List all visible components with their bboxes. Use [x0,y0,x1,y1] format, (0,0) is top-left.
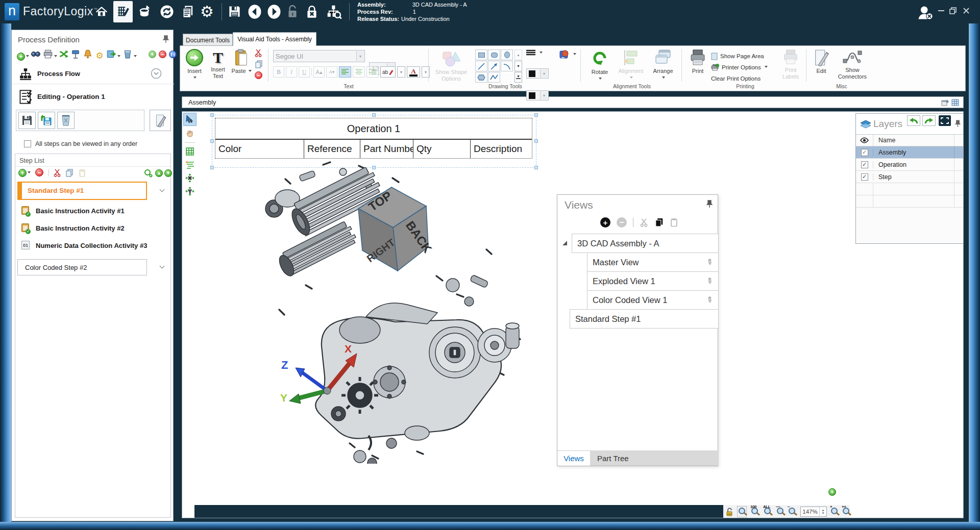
shape-rectangle[interactable] [475,49,487,60]
delete-object-icon[interactable]: − [255,71,262,79]
shape-hexagon[interactable] [475,72,487,83]
underline-button[interactable]: U [299,66,310,78]
breadcrumb-bar[interactable]: Assembly [182,96,964,108]
design-canvas[interactable]: Operation 1 Color Reference Part Number … [182,111,964,518]
step-item-color-coded-2[interactable]: Color Coded Step #2 [17,259,147,275]
layer-visibility-checkbox[interactable]: ✓ [861,149,868,156]
process-audit-icon[interactable] [326,4,342,19]
remove-circle-icon[interactable]: − [159,51,166,58]
zoom-all-button[interactable]: ALL [764,508,771,516]
copy-icon[interactable] [255,60,263,68]
copy-view-icon[interactable] [654,218,664,227]
save-step-button[interactable] [18,112,36,129]
home-icon[interactable] [95,5,108,18]
zoom-out-fast-button[interactable]: −− [777,508,783,516]
tree-expander-icon[interactable] [562,241,567,245]
find-icon[interactable] [31,49,41,59]
print-button[interactable]: Print [687,49,709,74]
shape-scroll-more[interactable]: ▼ [514,72,522,83]
close-button[interactable] [963,7,970,14]
font-family-combo[interactable]: Segoe UI▾ [273,50,365,62]
tree-root-3d-cad-assembly[interactable]: 3D CAD Assembly - A [572,234,719,253]
shrink-font-button[interactable]: A▾ [326,66,337,78]
save-icon[interactable] [228,5,241,18]
insert-text-button[interactable]: T Insert Text [207,49,229,80]
cut-icon[interactable] [255,49,262,57]
italic-button[interactable]: I [286,66,297,78]
rename-view-icon[interactable]: ✎ [704,275,715,287]
settings-gear-icon[interactable]: ⚙ [200,3,214,20]
view-item-color-coded-view-1[interactable]: Color Coded View 1✎ [587,290,719,310]
insert-list-button[interactable] [183,158,197,171]
signpost-icon[interactable] [70,49,81,59]
fill-color-combo[interactable]: ▾ [526,90,549,100]
process-designer-button-active[interactable] [113,1,133,22]
show-page-area-button[interactable]: Show Page Area [711,51,768,62]
zoom-activities-icon[interactable] [144,169,153,179]
gear-yellow-icon[interactable]: ⚙ [94,52,105,61]
paste-view-icon[interactable] [670,218,678,227]
zoom-in-button[interactable]: + [831,508,838,516]
print-process-icon[interactable] [43,49,53,59]
add-process-caret[interactable] [26,55,29,59]
layer-row-assembly[interactable]: ✓ Assembly [856,146,963,159]
any-order-checkbox-row[interactable]: All steps can be viewed in any order [24,140,137,147]
step-item-standard-step-1[interactable]: Standard Step #1 [17,182,147,200]
zoom-in-fast-button[interactable]: ++ [843,508,849,516]
tab-views[interactable]: Views [557,450,590,466]
add-view-icon[interactable]: + [600,217,610,228]
open-in-window-icon[interactable] [941,99,949,106]
layer-row-step[interactable]: ✓ Step [856,171,963,183]
align-center-button[interactable] [353,66,365,78]
bold-button[interactable]: B [273,66,284,78]
undo-button[interactable] [907,115,920,126]
copy-icon[interactable] [65,169,74,177]
print-caret[interactable] [54,55,57,59]
select-tool-button[interactable] [183,113,197,126]
unlock-icon[interactable] [286,5,299,19]
line-weight-button[interactable] [526,49,543,57]
delete-caret[interactable] [134,55,137,59]
sync-icon[interactable] [159,4,175,19]
cut-icon[interactable] [54,169,61,177]
print-labels-button[interactable]: Print Labels [779,49,802,80]
show-connectors-button[interactable]: Show Connectors [835,49,870,80]
alignment-button[interactable]: Alignment [615,49,647,81]
view-item-master-view[interactable]: Master View✎ [587,253,719,272]
activity-item-numeric-3[interactable]: 01 Numeric Data Collection Activity #3 [20,240,166,253]
transform-tool-button[interactable] [183,171,197,185]
highlight-color-button[interactable]: ab [380,66,396,78]
pause-circle-icon[interactable]: ❙❙ [169,51,177,58]
process-flow-row[interactable]: Process Flow [12,64,174,84]
printer-options-button[interactable]: Printer Options [711,62,768,73]
grow-font-button[interactable]: A▴ [313,66,325,78]
minimize-button[interactable] [938,10,944,11]
discard-step-button[interactable] [57,112,75,129]
layer-visibility-checkbox[interactable]: ✓ [861,173,868,181]
insert-button[interactable]: Insert [184,49,205,81]
export-step-icon[interactable] [106,49,116,59]
zoom-spinner-arrows[interactable]: ▲▼ [819,507,826,516]
shape-arc[interactable] [501,61,513,71]
add-step-caret[interactable] [28,171,31,175]
shape-line[interactable] [475,61,487,71]
shape-scroll-up[interactable]: ▲ [514,49,522,60]
tab-visual-aid-tools[interactable]: Visual Aid Tools - Assembly [233,32,316,46]
transform-filter-button[interactable] [183,185,197,198]
rename-view-icon[interactable]: ✎ [704,294,715,306]
cad-assembly-image[interactable]: TOP BACK RIGHT [238,158,545,464]
fit-screen-button[interactable] [939,115,951,126]
save-import-button[interactable] [38,112,55,129]
activity-item-basic-1[interactable]: Basic Instruction Activity #1 [20,205,166,218]
tab-part-tree[interactable]: Part Tree [590,450,719,466]
grid-view-icon[interactable] [951,99,959,106]
zoom-level-spinner[interactable]: 147% ▲▼ [800,507,827,517]
align-left-button[interactable] [339,66,351,78]
delete-step-icon[interactable] [122,49,133,59]
clear-print-options-button[interactable]: Clear Print Options [711,73,768,84]
zoom-100-button[interactable]: 100 [751,508,758,516]
export-caret[interactable] [117,55,120,59]
shape-rounded-rectangle[interactable] [488,49,500,60]
shape-fill-button[interactable] [559,49,576,60]
show-shape-options-button[interactable]: Show Shape Options [432,50,470,82]
